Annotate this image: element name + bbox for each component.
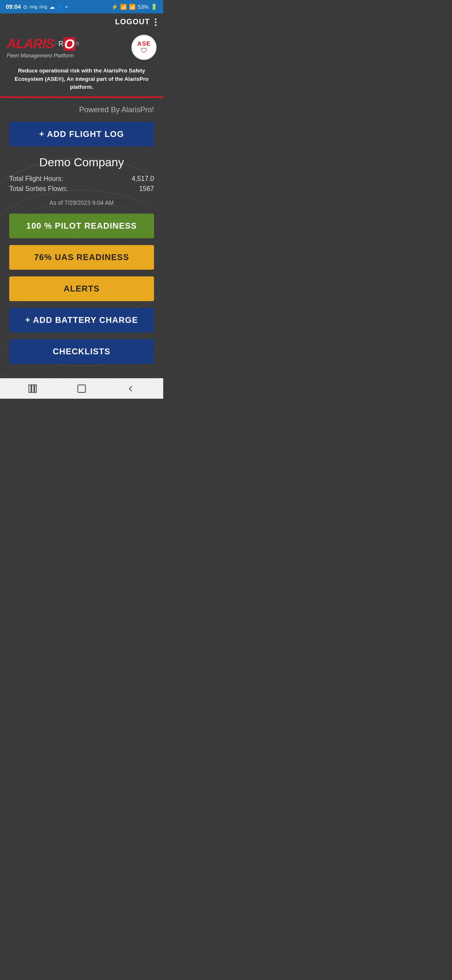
cloud-icon: ☁ — [49, 4, 55, 10]
checklists-button[interactable]: CHECKLISTS — [9, 339, 154, 364]
dot1 — [155, 18, 157, 20]
top-bar: LOGOUT — [0, 13, 163, 31]
logo: ALARIS P R O ® Fleet Management Platform — [7, 36, 79, 59]
logout-button[interactable]: LOGOUT — [115, 18, 150, 26]
svg-rect-6 — [35, 385, 36, 392]
tagline: Reduce operational risk with the AlarisP… — [7, 63, 157, 96]
user-icon: 👤 — [57, 4, 64, 10]
nav-recent-button[interactable] — [28, 384, 38, 394]
dot2 — [155, 21, 157, 23]
more-menu-button[interactable] — [155, 18, 157, 26]
dot-indicator: • — [66, 4, 68, 10]
total-flight-hours-row: Total Flight Hours: 4,517.0 — [9, 175, 154, 183]
pilot-readiness-button[interactable]: 100 % PILOT READINESS — [9, 214, 154, 238]
signal-icon: 📶 — [129, 4, 136, 10]
total-flight-hours-label: Total Flight Hours: — [9, 175, 63, 183]
ring-icon2: ring — [39, 4, 47, 9]
total-sorties-value: 1567 — [139, 185, 154, 193]
status-left: 09:04 ⊙ ring ring ☁ 👤 • — [6, 3, 67, 10]
battery-icon: 🔋 — [151, 4, 157, 10]
wifi-icon: 📶 — [120, 4, 127, 10]
bluetooth-icon: ⚡ — [111, 4, 118, 10]
alerts-button[interactable]: ALERTS — [9, 276, 154, 301]
dot3 — [155, 24, 157, 26]
logo-registered: ® — [75, 41, 79, 47]
as-of-date: As of 7/29/2023 9:04 AM — [9, 199, 154, 206]
logo-p: P — [54, 40, 59, 48]
total-flight-hours-value: 4,517.0 — [132, 175, 154, 183]
nav-bar — [0, 378, 163, 399]
total-sorties-label: Total Sorties Flown: — [9, 185, 68, 193]
ase-shield-icon: 🛡 — [141, 47, 147, 54]
status-bar: 09:04 ⊙ ring ring ☁ 👤 • ⚡ 📶 📶 53% 🔋 — [0, 0, 163, 13]
svg-rect-4 — [29, 385, 31, 392]
nav-home-button[interactable] — [77, 384, 87, 394]
svg-rect-7 — [78, 385, 85, 392]
status-time: 09:04 — [6, 3, 21, 10]
logo-o: O — [63, 37, 75, 51]
stats-block: Total Flight Hours: 4,517.0 Total Sortie… — [9, 175, 154, 193]
logo-text: ALARIS P R O ® — [7, 36, 79, 52]
powered-by: Powered By AlarisPro! — [9, 106, 154, 114]
logo-alaris: ALARIS — [7, 36, 54, 52]
company-name: Demo Company — [9, 156, 154, 169]
add-battery-charge-button[interactable]: + ADD BATTERY CHARGE — [9, 308, 154, 333]
fleet-subtitle: Fleet Management Platform — [7, 52, 79, 59]
add-flight-log-button[interactable]: + ADD FLIGHT LOG — [9, 122, 154, 147]
status-right: ⚡ 📶 📶 53% 🔋 — [111, 4, 157, 10]
uas-readiness-button[interactable]: 76% UAS READINESS — [9, 245, 154, 270]
header-area: ALARIS P R O ® Fleet Management Platform… — [0, 31, 163, 96]
nav-back-button[interactable] — [126, 384, 136, 394]
ring-icon1: ring — [30, 4, 37, 9]
location-icon: ⊙ — [23, 4, 28, 10]
svg-rect-5 — [32, 385, 34, 392]
battery-text: 53% — [138, 4, 149, 10]
brand-row: ALARIS P R O ® Fleet Management Platform… — [7, 35, 157, 60]
ase-text: ASE — [137, 40, 151, 47]
total-sorties-row: Total Sorties Flown: 1567 — [9, 185, 154, 193]
logo-r: R — [59, 40, 64, 48]
ase-badge: ASE 🛡 — [131, 35, 157, 60]
main-content: Powered By AlarisPro! + ADD FLIGHT LOG D… — [0, 98, 163, 378]
